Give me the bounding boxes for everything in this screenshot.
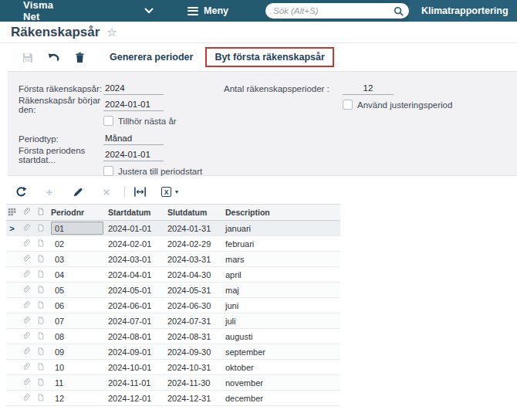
edit-row-icon[interactable] bbox=[71, 187, 85, 198]
belongs-next-year-checkbox[interactable] bbox=[103, 116, 113, 126]
cell-startdatum[interactable]: 2024-08-01 bbox=[105, 329, 164, 344]
cell-slutdatum[interactable]: 2024-04-30 bbox=[164, 267, 222, 283]
export-excel-button[interactable]: X ▾ bbox=[161, 187, 178, 197]
number-of-periods-field[interactable]: 12 bbox=[343, 83, 394, 95]
delete-icon[interactable] bbox=[69, 52, 90, 63]
cell-periodnr[interactable]: 05 bbox=[48, 283, 105, 298]
cell-periodnr[interactable]: 11 bbox=[48, 375, 105, 391]
brand-logo[interactable]: Visma Net bbox=[23, 0, 53, 22]
export-dropdown-caret-icon[interactable]: ▾ bbox=[175, 188, 178, 195]
row-attachment-icon[interactable] bbox=[18, 391, 34, 406]
cell-description[interactable]: mars bbox=[222, 252, 340, 267]
row-note-icon[interactable] bbox=[34, 329, 48, 344]
cell-slutdatum[interactable]: 2024-01-31 bbox=[164, 221, 222, 236]
row-selector-cell[interactable]: > bbox=[6, 267, 18, 283]
table-row[interactable]: > 10 2024-10-01 2024-10-31 oktober bbox=[6, 360, 340, 375]
column-header-startdatum[interactable]: Startdatum bbox=[105, 205, 164, 221]
table-row[interactable]: > 03 2024-03-01 2024-03-31 mars bbox=[6, 252, 340, 267]
table-row[interactable]: > 04 2024-04-01 2024-04-30 april bbox=[6, 267, 340, 283]
row-attachment-icon[interactable] bbox=[18, 221, 34, 236]
row-note-icon[interactable] bbox=[34, 298, 48, 313]
cell-slutdatum[interactable]: 2024-03-31 bbox=[164, 252, 222, 267]
cell-periodnr[interactable]: 01 bbox=[48, 221, 105, 236]
row-selector-cell[interactable]: > bbox=[6, 391, 18, 406]
row-note-icon[interactable] bbox=[34, 236, 48, 252]
row-attachment-icon[interactable] bbox=[18, 360, 34, 375]
refresh-icon[interactable] bbox=[14, 186, 28, 198]
row-selector-cell[interactable]: > bbox=[6, 298, 18, 313]
cell-periodnr[interactable]: 06 bbox=[48, 298, 105, 313]
row-attachment-icon[interactable] bbox=[18, 313, 34, 329]
cell-periodnr[interactable]: 08 bbox=[48, 329, 105, 344]
company-selector[interactable]: Klimatrapportering bbox=[409, 0, 517, 22]
generate-periods-button[interactable]: Generera perioder bbox=[106, 49, 196, 66]
first-period-start-field[interactable]: 2024-01-01 bbox=[103, 149, 164, 161]
row-note-icon[interactable] bbox=[34, 344, 48, 360]
row-attachment-icon[interactable] bbox=[18, 298, 34, 313]
fiscal-year-starts-field[interactable]: 2024-01-01 bbox=[103, 99, 164, 111]
row-selector-cell[interactable]: > bbox=[6, 236, 18, 252]
cell-startdatum[interactable]: 2024-05-01 bbox=[105, 283, 164, 298]
row-selector-cell[interactable]: > bbox=[6, 375, 18, 391]
cell-startdatum[interactable]: 2024-11-01 bbox=[105, 375, 164, 391]
row-note-icon[interactable] bbox=[34, 375, 48, 391]
cell-description[interactable]: december bbox=[222, 391, 340, 406]
table-row[interactable]: > 07 2024-07-01 2024-07-31 juli bbox=[6, 313, 340, 329]
cell-periodnr[interactable]: 09 bbox=[48, 344, 105, 360]
cell-description[interactable]: februari bbox=[222, 236, 340, 252]
search-box[interactable] bbox=[265, 3, 409, 19]
adjust-to-period-start-checkbox[interactable] bbox=[103, 166, 113, 176]
row-selector-cell[interactable]: > bbox=[6, 344, 18, 360]
row-note-icon[interactable] bbox=[34, 221, 48, 236]
cell-description[interactable]: november bbox=[222, 375, 340, 391]
row-note-icon[interactable] bbox=[34, 313, 48, 329]
table-row[interactable]: > 11 2024-11-01 2024-11-30 november bbox=[6, 375, 340, 391]
fit-columns-icon[interactable] bbox=[133, 187, 147, 197]
cell-startdatum[interactable]: 2024-09-01 bbox=[105, 344, 164, 360]
cell-slutdatum[interactable]: 2024-02-29 bbox=[164, 236, 222, 252]
column-header-description[interactable]: Description bbox=[222, 205, 340, 221]
first-fiscal-year-field[interactable]: 2024 bbox=[103, 83, 164, 95]
table-row[interactable]: > 02 2024-02-01 2024-02-29 februari bbox=[6, 236, 340, 252]
cell-startdatum[interactable]: 2024-10-01 bbox=[105, 360, 164, 375]
search-input[interactable] bbox=[273, 6, 394, 15]
table-row[interactable]: > 05 2024-05-01 2024-05-31 maj bbox=[6, 283, 340, 298]
cell-description[interactable]: april bbox=[222, 267, 340, 283]
cell-description[interactable]: januari bbox=[222, 221, 340, 236]
cell-slutdatum[interactable]: 2024-05-31 bbox=[164, 283, 222, 298]
cell-periodnr[interactable]: 03 bbox=[48, 252, 105, 267]
row-note-icon[interactable] bbox=[34, 252, 48, 267]
chevron-down-icon[interactable] bbox=[144, 8, 154, 14]
cell-periodnr[interactable]: 10 bbox=[48, 360, 105, 375]
cell-description[interactable]: juli bbox=[222, 313, 340, 329]
row-selector-cell[interactable]: > bbox=[6, 252, 18, 267]
row-note-icon[interactable] bbox=[34, 360, 48, 375]
column-header-slutdatum[interactable]: Slutdatum bbox=[164, 205, 222, 221]
save-icon[interactable] bbox=[17, 52, 37, 63]
grid-settings-icon[interactable] bbox=[6, 205, 18, 221]
favorite-star-icon[interactable]: ☆ bbox=[106, 26, 117, 38]
cell-description[interactable]: juni bbox=[222, 298, 340, 313]
table-row[interactable]: > 12 2024-12-01 2024-12-31 december bbox=[6, 391, 340, 406]
add-row-icon[interactable]: + bbox=[42, 186, 56, 198]
cell-description[interactable]: september bbox=[222, 344, 340, 360]
row-attachment-icon[interactable] bbox=[18, 375, 34, 391]
row-note-icon[interactable] bbox=[34, 391, 48, 406]
delete-row-icon[interactable]: × bbox=[100, 186, 113, 198]
cell-description[interactable]: oktober bbox=[222, 360, 340, 375]
row-selector-cell[interactable]: > bbox=[6, 221, 18, 236]
cell-startdatum[interactable]: 2024-06-01 bbox=[105, 298, 164, 313]
row-selector-cell[interactable]: > bbox=[6, 329, 18, 344]
row-attachment-icon[interactable] bbox=[18, 283, 34, 298]
column-header-periodnr[interactable]: Periodnr bbox=[48, 205, 105, 221]
cell-description[interactable]: augusti bbox=[222, 329, 340, 344]
cell-periodnr[interactable]: 02 bbox=[48, 236, 105, 252]
main-menu-button[interactable]: Meny bbox=[188, 5, 228, 16]
search-icon[interactable] bbox=[394, 6, 404, 16]
cell-slutdatum[interactable]: 2024-11-30 bbox=[164, 375, 222, 391]
cell-startdatum[interactable]: 2024-07-01 bbox=[105, 313, 164, 329]
cell-startdatum[interactable]: 2024-12-01 bbox=[105, 391, 164, 406]
cell-slutdatum[interactable]: 2024-06-30 bbox=[164, 298, 222, 313]
row-selector-cell[interactable]: > bbox=[6, 313, 18, 329]
cell-slutdatum[interactable]: 2024-08-31 bbox=[164, 329, 222, 344]
